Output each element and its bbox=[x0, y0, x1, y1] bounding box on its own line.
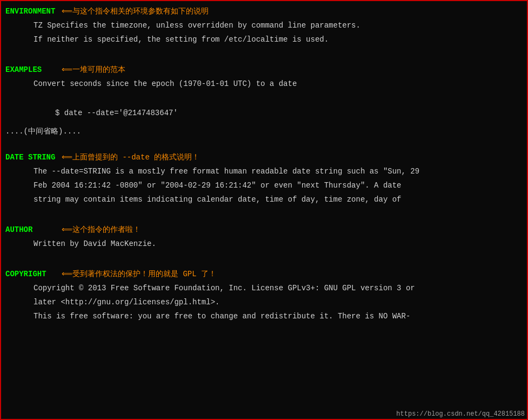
examples-keyword: EXAMPLES bbox=[5, 64, 59, 76]
copyright-line2: later <http://gnu.org/licenses/gpl.html>… bbox=[34, 296, 523, 309]
author-body: Written by David MacKenzie. bbox=[1, 238, 527, 251]
ellipsis-line: ....(中间省略).... bbox=[1, 124, 527, 138]
environment-keyword: ENVIRONMENT bbox=[5, 5, 59, 17]
date-string-keyword: DATE STRING bbox=[5, 151, 59, 163]
examples-command: $ date --date='@2147483647' bbox=[34, 107, 523, 120]
copyright-keyword: COPYRIGHT bbox=[5, 268, 59, 280]
environment-tz-line1: TZ Specifies the timezone, unless overri… bbox=[34, 19, 523, 32]
examples-body: Convert seconds since the epoch (1970-01… bbox=[1, 78, 527, 120]
author-keyword: AUTHOR bbox=[5, 224, 59, 236]
examples-line1: Convert seconds since the epoch (1970-01… bbox=[34, 78, 523, 91]
blank-4 bbox=[1, 255, 527, 266]
examples-header: EXAMPLES ⟸一堆可用的范本 bbox=[1, 62, 527, 78]
environment-body: TZ Specifies the timezone, unless overri… bbox=[1, 19, 527, 46]
blank-3 bbox=[1, 211, 527, 222]
author-annotation: ⟸这个指令的作者啦！ bbox=[62, 224, 141, 236]
copyright-section: COPYRIGHT ⟸受到著作权法的保护！用的就是 GPL 了！ Copyrig… bbox=[1, 266, 527, 323]
terminal-window: ENVIRONMENT ⟸与这个指令相关的环境参数有如下的说明 TZ Speci… bbox=[0, 0, 528, 420]
environment-tz-line2: If neither is specified, the setting fro… bbox=[34, 34, 523, 46]
copyright-annotation: ⟸受到著作权法的保护！用的就是 GPL 了！ bbox=[62, 268, 216, 280]
environment-section: ENVIRONMENT ⟸与这个指令相关的环境参数有如下的说明 TZ Speci… bbox=[1, 3, 527, 46]
copyright-line1: Copyright © 2013 Free Software Foundatio… bbox=[34, 282, 523, 295]
url-bar: https://blog.csdn.net/qq_42815188 bbox=[394, 409, 527, 419]
blank-2 bbox=[1, 138, 527, 149]
author-section: AUTHOR ⟸这个指令的作者啦！ Written by David MacKe… bbox=[1, 222, 527, 251]
author-line1: Written by David MacKenzie. bbox=[34, 238, 523, 251]
examples-annotation: ⟸一堆可用的范本 bbox=[62, 64, 125, 76]
blank-1 bbox=[1, 51, 527, 62]
date-string-body: The --date=STRING is a mostly free forma… bbox=[1, 165, 527, 206]
date-string-annotation: ⟸上面曾提到的 --date 的格式说明！ bbox=[62, 151, 199, 163]
date-string-line3: string may contain items indicating cale… bbox=[34, 194, 523, 206]
author-header: AUTHOR ⟸这个指令的作者啦！ bbox=[1, 222, 527, 238]
examples-section: EXAMPLES ⟸一堆可用的范本 Convert seconds since … bbox=[1, 62, 527, 120]
copyright-body: Copyright © 2013 Free Software Foundatio… bbox=[1, 282, 527, 323]
date-string-header: DATE STRING ⟸上面曾提到的 --date 的格式说明！ bbox=[1, 149, 527, 165]
environment-header: ENVIRONMENT ⟸与这个指令相关的环境参数有如下的说明 bbox=[1, 3, 527, 19]
date-string-line1: The --date=STRING is a mostly free forma… bbox=[34, 165, 523, 178]
environment-annotation: ⟸与这个指令相关的环境参数有如下的说明 bbox=[62, 5, 209, 17]
copyright-line3: This is free software: you are free to c… bbox=[34, 310, 523, 323]
date-string-section: DATE STRING ⟸上面曾提到的 --date 的格式说明！ The --… bbox=[1, 149, 527, 206]
blank-examples-inner bbox=[34, 92, 523, 103]
date-string-line2: Feb 2004 16:21:42 -0800" or "2004-02-29 … bbox=[34, 179, 523, 192]
copyright-header: COPYRIGHT ⟸受到著作权法的保护！用的就是 GPL 了！ bbox=[1, 266, 527, 282]
